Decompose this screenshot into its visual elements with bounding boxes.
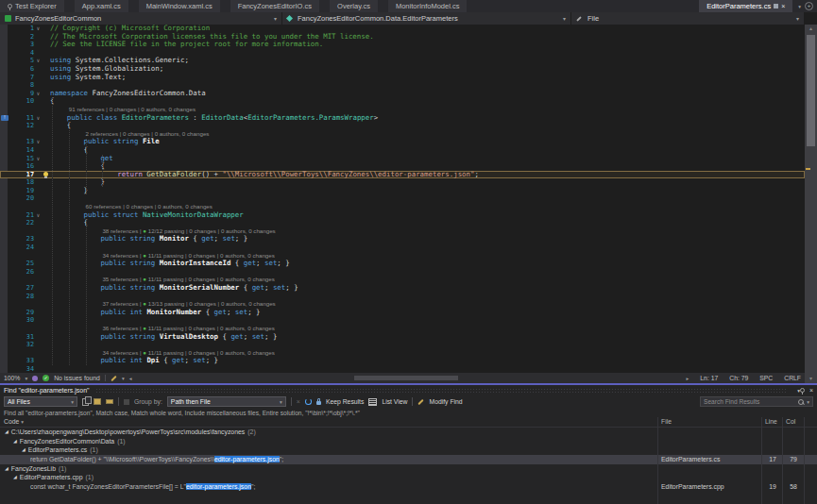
find-result-row[interactable]: ◢C:\Users\zhaopengwang\Desktop\powertoys… — [0, 428, 817, 437]
tree-expand-icon[interactable]: ◢ — [13, 474, 17, 479]
code-line[interactable]: 36 references | ● 11/11 passing | 0 chan… — [0, 325, 805, 333]
tree-expand-icon[interactable]: ◢ — [5, 428, 9, 434]
references-icon[interactable]: ! — [1, 115, 9, 121]
code-line[interactable]: 8 — [0, 81, 805, 90]
zoom-level[interactable]: 100% — [4, 375, 20, 381]
code-line[interactable]: 32 — [0, 341, 805, 349]
code-line[interactable]: 16 { — [0, 162, 805, 171]
code-line[interactable]: 28 — [0, 293, 805, 301]
tab-mainwindow-xaml-cs[interactable]: MainWindow.xaml.cs — [139, 0, 220, 12]
code-line[interactable]: 4 — [0, 49, 805, 58]
fold-marker-icon[interactable]: ∨ — [34, 57, 43, 65]
eol-mode[interactable]: CRLF — [784, 375, 801, 381]
code-line[interactable]: 34 references | ● 11/11 passing | 0 chan… — [0, 349, 805, 358]
group-by-dropdown[interactable]: Path then File ▾ — [167, 396, 286, 407]
find-result-row[interactable]: ◢FancyZonesEditorCommon\Data(1) — [0, 437, 817, 446]
code-line[interactable]: 91 references | 0 changes | 0 authors, 0… — [0, 106, 805, 114]
code-line[interactable]: 26 — [0, 268, 805, 277]
column-file[interactable]: File — [661, 417, 672, 427]
pencil-icon[interactable] — [418, 398, 424, 404]
code-line[interactable]: 19 } — [0, 187, 805, 195]
indent-mode[interactable]: SPC — [759, 375, 773, 381]
scroll-left-icon[interactable]: ◂ — [129, 376, 132, 381]
column-line[interactable]: Line — [765, 417, 777, 427]
health-icon[interactable] — [32, 376, 38, 381]
code-line[interactable]: 18 } — [0, 178, 805, 187]
list-view-icon[interactable] — [368, 398, 377, 406]
codelens-text[interactable]: 37 references | ● 13/13 passing | 0 chan… — [50, 300, 805, 309]
find-result-row[interactable]: ◢EditorParameters.cs(1) — [0, 445, 817, 455]
pencil-icon[interactable] — [111, 375, 116, 380]
tree-expand-icon[interactable]: ◢ — [5, 465, 9, 471]
lightbulb-icon[interactable] — [43, 172, 48, 176]
collapse-all-icon[interactable] — [106, 399, 113, 404]
close-icon[interactable]: × — [781, 3, 785, 9]
fold-marker-icon[interactable]: ∨ — [34, 155, 43, 163]
codelens-text[interactable]: 2 references | 0 changes | 0 authors, 0 … — [50, 130, 805, 139]
type-dropdown[interactable]: FancyZonesEditorCommon.Data.EditorParame… — [282, 12, 571, 25]
modify-find-button[interactable]: Modify Find — [429, 398, 462, 405]
code-line[interactable]: 10{ — [0, 97, 805, 106]
codelens-text[interactable]: 60 references | 0 changes | 0 authors, 0… — [50, 203, 805, 211]
member-dropdown[interactable]: File ▾ — [571, 12, 805, 25]
code-line[interactable]: 35 references | ● 11/11 passing | 0 chan… — [0, 276, 805, 284]
code-editor[interactable]: 1∨// Copyright (c) Microsoft Corporation… — [0, 25, 805, 373]
code-line[interactable]: 21∨ public struct NativeMonitorDataWrapp… — [0, 211, 805, 220]
code-line[interactable]: 14 { — [0, 146, 805, 155]
pin-icon[interactable] — [800, 388, 805, 393]
tab-editorparameters[interactable]: EditorParameters.cs × — [699, 0, 792, 12]
tab-fancyzoneseditorio-cs[interactable]: FancyZonesEditorIO.cs — [230, 0, 319, 12]
code-line[interactable]: 6using System.Globalization; — [0, 65, 805, 74]
code-line[interactable]: 1∨// Copyright (c) Microsoft Corporation — [0, 25, 805, 33]
panel-title-bar[interactable]: Find "editor-parameters.json" ▾ × — [0, 385, 817, 395]
code-line[interactable]: 9∨namespace FancyZonesEditorCommon.Data — [0, 90, 805, 98]
column-code[interactable]: Code ▾ — [4, 417, 24, 427]
scroll-right-icon[interactable]: ▸ — [687, 376, 689, 381]
fold-marker-icon[interactable]: ∨ — [34, 25, 43, 33]
tree-expand-icon[interactable]: ◢ — [22, 446, 26, 452]
fold-marker-icon[interactable]: ∨ — [34, 114, 43, 123]
codelens-text[interactable]: 34 references | ● 11/11 passing | 0 chan… — [50, 349, 805, 358]
chevron-down-icon[interactable]: ▾ — [798, 4, 801, 9]
copy-icon[interactable] — [82, 398, 89, 406]
code-line[interactable]: 25 public string MonitorInstanceId { get… — [0, 260, 805, 268]
code-line[interactable]: 17 return GetDataFolder() + "\\Microsoft… — [0, 171, 805, 179]
code-line[interactable]: 7using System.Text; — [0, 74, 805, 82]
fold-marker-icon[interactable]: ∨ — [34, 90, 43, 98]
chevron-down-icon[interactable]: ▾ — [807, 399, 809, 405]
code-line[interactable]: 3// See the LICENSE file in the project … — [0, 41, 805, 49]
code-line[interactable]: 12 { — [0, 122, 805, 130]
scroll-down-icon[interactable]: ▾ — [805, 375, 817, 383]
code-line[interactable]: 22 { — [0, 219, 805, 227]
save-icon[interactable] — [774, 4, 778, 8]
scrollbar-thumb[interactable] — [354, 376, 458, 380]
repeat-find-icon[interactable] — [305, 398, 312, 405]
code-line[interactable]: 34 references | ● 11/11 passing | 0 chan… — [0, 252, 805, 260]
search-icon[interactable] — [798, 399, 804, 405]
code-line[interactable]: 24 — [0, 244, 805, 252]
code-line[interactable]: 5∨using System.Collections.Generic; — [0, 57, 805, 65]
code-line[interactable]: 31 public string VirtualDesktop { get; s… — [0, 333, 805, 342]
code-line[interactable]: 37 references | ● 13/13 passing | 0 chan… — [0, 300, 805, 309]
code-line[interactable]: 23 public string Monitor { get; set; } — [0, 235, 805, 244]
list-view-button[interactable]: List View — [382, 398, 407, 405]
code-line[interactable]: 13∨ public string File — [0, 138, 805, 146]
find-result-row[interactable]: return GetDataFolder() + "\\Microsoft\\P… — [0, 455, 817, 464]
fold-marker-icon[interactable]: ∨ — [34, 211, 43, 220]
code-line[interactable]: 20 — [0, 194, 805, 203]
code-line[interactable]: 33 public int Dpi { get; set; } — [0, 357, 805, 365]
find-result-row[interactable]: ◢EditorParameters.cpp(1) — [0, 473, 817, 482]
tab-test-explorer[interactable]: Test Explorer — [0, 0, 64, 12]
codelens-text[interactable]: 91 references | 0 changes | 0 authors, 0… — [50, 106, 805, 114]
new-tab-button[interactable]: + — [805, 2, 813, 10]
search-find-results-input[interactable]: Search Find Results ▾ — [700, 396, 813, 407]
tab-overlay-cs[interactable]: Overlay.cs — [330, 0, 378, 12]
project-dropdown[interactable]: FancyZonesEditorCommon ▾ — [0, 12, 282, 25]
close-icon[interactable]: × — [809, 387, 813, 394]
code-line[interactable]: 60 references | 0 changes | 0 authors, 0… — [0, 203, 805, 211]
keep-results-button[interactable]: Keep Results — [326, 398, 364, 405]
codelens-text[interactable]: 36 references | ● 11/11 passing | 0 chan… — [50, 325, 805, 333]
tab-app-xaml-cs[interactable]: App.xaml.cs — [75, 0, 128, 12]
code-line[interactable]: 30 — [0, 316, 805, 325]
scroll-up-icon[interactable]: ▴ — [805, 25, 817, 33]
